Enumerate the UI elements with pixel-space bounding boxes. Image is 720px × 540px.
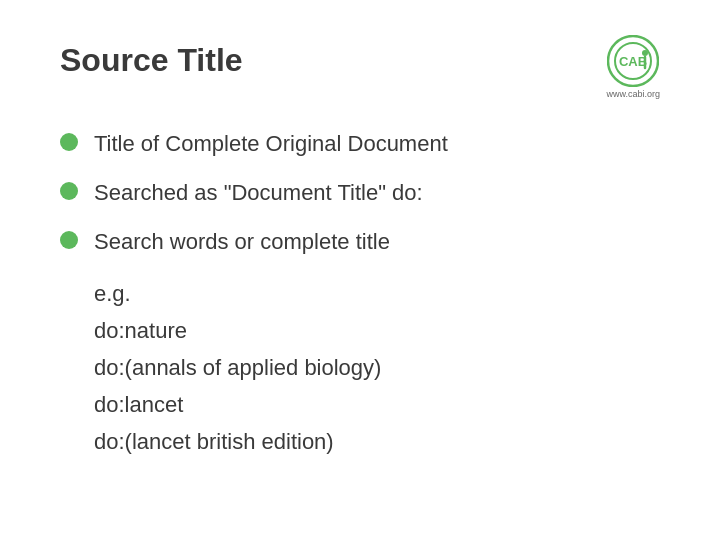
sub-item-3: do:(annals of applied biology) — [94, 353, 660, 384]
sub-item-1: e.g. — [94, 279, 660, 310]
bullet-text-3: Search words or complete title — [94, 227, 390, 258]
bullet-item-1: Title of Complete Original Document — [60, 129, 660, 160]
sub-item-2: do:nature — [94, 316, 660, 347]
slide-container: Source Title CAB www.cabi.org Title of C… — [0, 0, 720, 540]
cabi-logo-icon: CAB — [607, 35, 659, 87]
page-title: Source Title — [60, 40, 243, 82]
bullet-text-2: Searched as "Document Title" do: — [94, 178, 423, 209]
bullet-text-1: Title of Complete Original Document — [94, 129, 448, 160]
sub-item-4: do:lancet — [94, 390, 660, 421]
sub-item-5: do:(lancet british edition) — [94, 427, 660, 458]
bullet-dot-2 — [60, 182, 78, 200]
bullet-item-2: Searched as "Document Title" do: — [60, 178, 660, 209]
header-area: Source Title CAB www.cabi.org — [60, 40, 660, 99]
svg-text:CAB: CAB — [619, 54, 647, 69]
svg-point-3 — [642, 50, 648, 56]
logo-url: www.cabi.org — [606, 89, 660, 99]
bullet-dot-3 — [60, 231, 78, 249]
bullet-dot-1 — [60, 133, 78, 151]
sub-items-list: e.g. do:nature do:(annals of applied bio… — [94, 279, 660, 457]
logo-area: CAB www.cabi.org — [606, 35, 660, 99]
bullet-item-3: Search words or complete title — [60, 227, 660, 258]
content-area: Title of Complete Original Document Sear… — [60, 129, 660, 457]
